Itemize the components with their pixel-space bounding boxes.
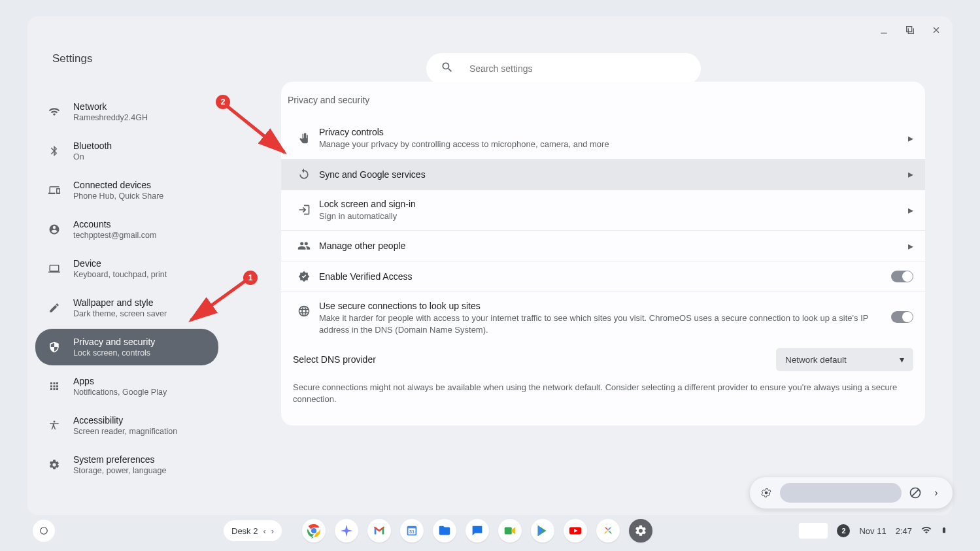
settings-app-icon[interactable] — [629, 519, 652, 543]
row-secure-dns: Use secure connections to look up sitesM… — [281, 292, 925, 344]
chevron-left-icon[interactable]: ‹ — [263, 526, 265, 536]
svg-text:31: 31 — [409, 529, 414, 535]
row-lock-screen[interactable]: Lock screen and sign-inSign in automatic… — [281, 190, 925, 231]
svg-line-1 — [228, 107, 284, 152]
globe-icon — [293, 305, 315, 318]
weather-widget[interactable] — [799, 523, 828, 539]
sidebar-item-bluetooth[interactable]: BluetoothOn — [35, 133, 218, 169]
play-store-app-icon[interactable] — [531, 519, 554, 543]
chevron-right-icon[interactable]: › — [929, 487, 943, 499]
shelf: Desk 2 ‹ › 31 2 Nov 11 2:47 — [27, 516, 953, 546]
sidebar-item-accessibility[interactable]: AccessibilityScreen reader, magnificatio… — [35, 407, 218, 444]
devices-icon — [47, 184, 61, 196]
sidebar-item-connected-devices[interactable]: Connected devicesPhone Hub, Quick Share — [35, 172, 218, 209]
chevron-right-icon: ▸ — [908, 240, 913, 252]
calendar-app-icon[interactable]: 31 — [400, 519, 424, 543]
svg-line-0 — [191, 281, 245, 320]
svg-point-2 — [765, 492, 768, 495]
people-icon — [293, 239, 315, 252]
settings-window: Settings NetworkRameshreddy2.4GH Bluetoo… — [27, 16, 953, 515]
gmail-app-icon[interactable] — [367, 519, 391, 543]
annotation-badge-1: 1 — [243, 271, 258, 285]
verified-icon — [293, 270, 315, 283]
row-verified-access: Enable Verified Access — [281, 261, 925, 292]
photos-app-icon[interactable] — [596, 519, 620, 543]
gear-icon — [47, 459, 61, 471]
sidebar-item-label: Network — [73, 101, 148, 112]
search-icon — [441, 61, 454, 76]
account-icon — [47, 224, 61, 235]
row-manage-people[interactable]: Manage other people ▸ — [281, 230, 925, 261]
quick-settings-pill — [780, 483, 902, 503]
shield-icon — [47, 341, 61, 353]
dns-provider-select[interactable]: Network default ▾ — [776, 348, 913, 371]
style-icon — [47, 302, 61, 314]
svg-point-5 — [311, 528, 316, 533]
quick-settings-bubble[interactable]: › — [750, 477, 953, 509]
annotation-badge-2: 2 — [216, 95, 230, 109]
content-area: Privacy and security Privacy controlsMan… — [281, 82, 925, 515]
dnd-icon[interactable] — [908, 486, 922, 499]
chevron-right-icon: ▸ — [908, 132, 913, 144]
dns-note: Secure connections might not always be a… — [281, 375, 925, 409]
section-title: Privacy and security — [281, 82, 925, 118]
annotation-arrow-2 — [222, 101, 294, 160]
time-label: 2:47 — [896, 526, 912, 536]
apps-icon — [47, 380, 61, 392]
launcher-button[interactable] — [33, 520, 55, 542]
svg-point-3 — [41, 527, 48, 535]
youtube-app-icon[interactable] — [564, 519, 587, 543]
hand-icon — [293, 132, 315, 145]
sync-icon — [293, 168, 315, 181]
date-label: Nov 11 — [859, 526, 886, 536]
desk-switcher[interactable]: Desk 2 ‹ › — [224, 520, 282, 541]
sidebar-item-system-preferences[interactable]: System preferencesStorage, power, langua… — [35, 446, 218, 483]
meet-app-icon[interactable] — [498, 519, 522, 543]
sidebar-item-accounts[interactable]: Accountstechpptest@gmail.com — [35, 211, 218, 248]
messages-app-icon[interactable] — [465, 519, 489, 543]
chevron-right-icon: ▸ — [908, 168, 913, 180]
signin-icon — [293, 203, 315, 216]
sidebar-item-privacy-security[interactable]: Privacy and securityLock screen, control… — [35, 329, 218, 365]
chevron-right-icon[interactable]: › — [271, 526, 274, 536]
chevron-right-icon: ▸ — [908, 204, 913, 216]
gemini-app-icon[interactable] — [335, 519, 358, 543]
annotation-arrow-1 — [183, 278, 252, 330]
notification-count-badge[interactable]: 2 — [837, 524, 850, 537]
svg-rect-9 — [505, 527, 512, 535]
bluetooth-icon — [47, 145, 61, 157]
chevron-down-icon: ▾ — [900, 354, 904, 365]
accessibility-icon — [47, 420, 61, 431]
verified-access-toggle[interactable] — [891, 271, 913, 282]
dns-label: Select DNS provider — [293, 354, 376, 365]
search-settings[interactable] — [426, 53, 701, 84]
secure-dns-toggle[interactable] — [891, 311, 913, 323]
wifi-icon — [921, 525, 932, 537]
battery-icon — [941, 525, 947, 537]
row-privacy-controls[interactable]: Privacy controlsManage your privacy by c… — [281, 118, 925, 159]
files-app-icon[interactable] — [433, 519, 456, 543]
chrome-app-icon[interactable] — [302, 519, 326, 543]
row-sync-google-services[interactable]: Sync and Google services ▸ — [281, 159, 925, 190]
sidebar-item-apps[interactable]: AppsNotifications, Google Play — [35, 368, 218, 405]
sidebar-item-network[interactable]: NetworkRameshreddy2.4GH — [35, 93, 218, 130]
laptop-icon — [47, 263, 61, 275]
page-title: Settings — [52, 52, 92, 65]
wifi-icon — [47, 106, 61, 118]
system-tray[interactable]: 2 Nov 11 2:47 — [799, 523, 947, 539]
search-input[interactable] — [469, 63, 666, 74]
gear-icon — [759, 487, 773, 499]
